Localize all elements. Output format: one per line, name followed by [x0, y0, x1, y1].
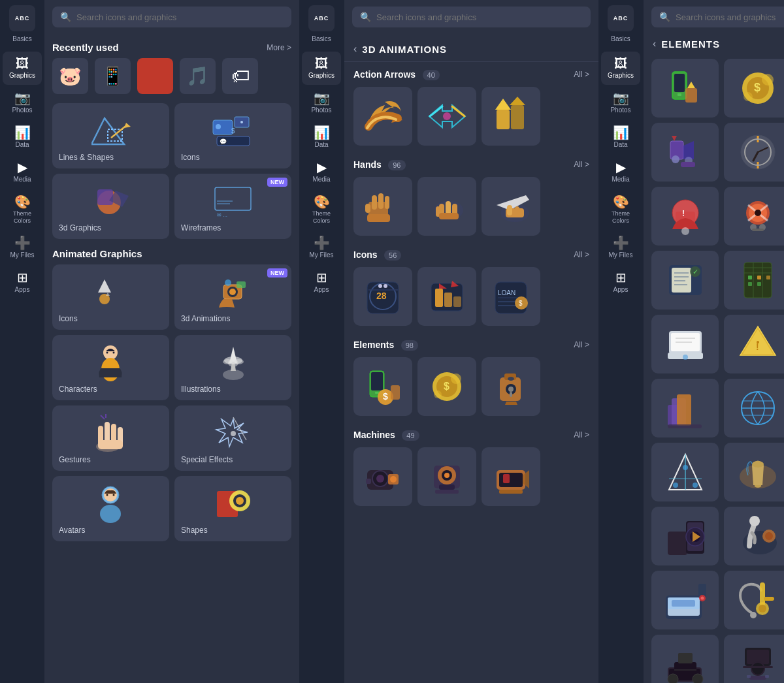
photos-icon-mid: 📷: [314, 91, 330, 104]
hand-item-1[interactable]: [417, 177, 476, 236]
svg-rect-18: [235, 189, 249, 195]
anim-search-bar[interactable]: 🔍: [352, 7, 591, 27]
arrow-item-2[interactable]: [482, 87, 540, 146]
icon-anim-1[interactable]: [417, 267, 476, 326]
sidebar-data-mid[interactable]: 📊 Data: [302, 121, 341, 154]
action-arrows-all[interactable]: All >: [574, 70, 589, 79]
sidebar-theme-right[interactable]: 🎨 Theme Colors: [601, 190, 640, 230]
element-anim-2[interactable]: [482, 357, 540, 416]
recent-item-3[interactable]: 🎵: [180, 58, 216, 94]
machine-item-1[interactable]: [417, 447, 476, 506]
svg-text:$: $: [383, 391, 388, 402]
sidebar-media-right[interactable]: ▶ Media: [601, 155, 640, 189]
svg-rect-228: [677, 394, 691, 426]
sidebar-myfiles-left[interactable]: ➕ My Files: [3, 231, 42, 264]
sidebar-media-mid[interactable]: ▶ Media: [302, 155, 341, 189]
elem-4[interactable]: [724, 123, 784, 182]
sidebar-photos-left[interactable]: 📷 Photos: [3, 86, 42, 119]
basics-logo-left[interactable]: ABC Basics: [9, 5, 35, 48]
elements-search-bar[interactable]: 🔍: [651, 7, 784, 27]
element-anim-1[interactable]: $: [417, 357, 476, 416]
elem-16[interactable]: [724, 379, 784, 437]
machine-item-2[interactable]: [482, 447, 540, 506]
basics-logo-mid[interactable]: ABC Basics: [308, 5, 335, 48]
machine-item-0[interactable]: [353, 447, 412, 506]
icons-anim-all[interactable]: All >: [574, 250, 589, 259]
back-button-anim[interactable]: ‹: [353, 43, 357, 55]
machines-all[interactable]: All >: [574, 430, 589, 439]
cat-characters[interactable]: Characters: [52, 335, 169, 400]
hand-item-2[interactable]: [482, 177, 540, 236]
elem-15[interactable]: [651, 379, 719, 437]
svg-text:LOAN: LOAN: [498, 289, 515, 296]
icon-anim-0[interactable]: 28: [353, 267, 412, 326]
elem-9[interactable]: ✓: [651, 251, 719, 310]
elem-7[interactable]: [724, 187, 784, 246]
sidebar-theme-left[interactable]: 🎨 Theme Colors: [3, 190, 42, 230]
cat-special-effects[interactable]: Special Effects: [174, 405, 291, 471]
basics-logo-right[interactable]: ABC Basics: [608, 5, 634, 48]
sidebar-graphics-mid[interactable]: 🖼 Graphics: [302, 52, 341, 85]
elem-1[interactable]: $: [724, 59, 784, 118]
cat-icons[interactable]: $ 💬 Icons: [174, 103, 291, 168]
svg-rect-83: [515, 206, 519, 215]
arrow-item-0[interactable]: [353, 87, 412, 146]
elem-22[interactable]: [724, 507, 784, 565]
sidebar-photos-mid[interactable]: 📷 Photos: [302, 86, 341, 119]
cat-lines-shapes[interactable]: Lines & Shapes: [52, 103, 169, 168]
recent-item-2[interactable]: [137, 58, 173, 94]
elem-18[interactable]: [651, 443, 719, 501]
elem-6[interactable]: !: [651, 187, 719, 246]
sidebar-apps-mid[interactable]: ⊞ Apps: [302, 266, 341, 299]
cat-shapes[interactable]: Shapes: [174, 476, 291, 541]
sidebar-theme-mid[interactable]: 🎨 Theme Colors: [302, 190, 341, 230]
svg-point-54: [113, 494, 115, 496]
cat-gestures[interactable]: Gestures: [52, 405, 169, 471]
lines-shapes-icon: [59, 110, 163, 153]
back-button-elements[interactable]: ‹: [653, 38, 656, 50]
elem-21[interactable]: [651, 507, 719, 565]
elem-12[interactable]: [651, 315, 719, 373]
recent-item-0[interactable]: 🐷: [52, 58, 88, 94]
cat-avatars[interactable]: Avatars: [52, 476, 169, 541]
cat-anim-icons[interactable]: Icons: [52, 264, 169, 330]
sidebar-graphics-left[interactable]: 🖼 Graphics: [3, 52, 42, 85]
sidebar-photos-right[interactable]: 📷 Photos: [601, 86, 640, 119]
elem-13[interactable]: !: [724, 315, 784, 373]
elem-24[interactable]: [651, 571, 719, 629]
more-link[interactable]: More >: [267, 43, 291, 52]
main-search-bar[interactable]: 🔍: [52, 7, 291, 27]
sidebar-graphics-right[interactable]: 🖼 Graphics: [601, 52, 640, 85]
cat-3d-graphics[interactable]: 3d Graphics: [52, 174, 169, 239]
elem-28[interactable]: [724, 635, 784, 683]
elem-25[interactable]: [724, 571, 784, 629]
hands-header: Hands 96 All >: [353, 159, 589, 170]
sidebar-apps-left[interactable]: ⊞ Apps: [3, 266, 42, 299]
search-input-elements[interactable]: [676, 12, 784, 22]
cat-3d-anims[interactable]: NEW 3d Animations: [174, 264, 291, 330]
cat-wireframes[interactable]: NEW ✉ ... Wireframes: [174, 174, 291, 239]
sidebar-myfiles-mid[interactable]: ➕ My Files: [302, 231, 341, 264]
elements-anim-all[interactable]: All >: [574, 340, 589, 349]
cat-illustrations[interactable]: Illustrations: [174, 335, 291, 400]
sidebar-data-right[interactable]: 📊 Data: [601, 121, 640, 154]
arrow-item-1[interactable]: [417, 87, 476, 146]
svg-rect-104: [371, 372, 383, 390]
elem-19[interactable]: [724, 443, 784, 501]
element-anim-0[interactable]: $: [353, 357, 412, 416]
sidebar-apps-right[interactable]: ⊞ Apps: [601, 266, 640, 299]
sidebar-myfiles-right[interactable]: ➕ My Files: [601, 231, 640, 264]
search-input-anim[interactable]: [376, 12, 583, 22]
elem-27[interactable]: [651, 635, 719, 683]
hands-all[interactable]: All >: [574, 160, 589, 169]
icon-anim-2[interactable]: LOAN $: [482, 267, 540, 326]
elem-3[interactable]: [651, 123, 719, 182]
sidebar-data-left[interactable]: 📊 Data: [3, 121, 42, 154]
search-input-main[interactable]: [76, 12, 284, 22]
elem-0[interactable]: [651, 59, 719, 118]
sidebar-media-left[interactable]: ▶ Media: [3, 155, 42, 189]
recent-item-4[interactable]: 🏷: [222, 58, 258, 94]
recent-item-1[interactable]: 📱: [95, 58, 131, 94]
elem-10[interactable]: [724, 251, 784, 310]
hand-item-0[interactable]: [353, 177, 412, 236]
